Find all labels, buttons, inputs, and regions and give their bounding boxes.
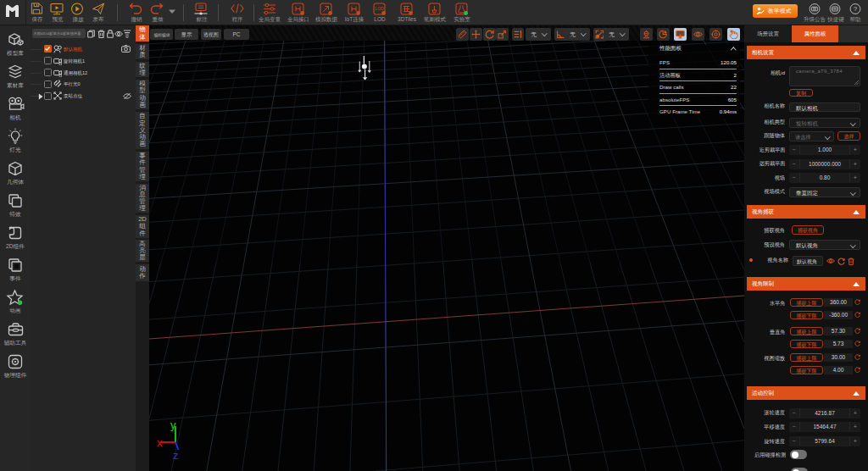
svg-text:?: ? (854, 5, 858, 13)
svg-text:z: z (173, 449, 179, 461)
svg-text:LOD: LOD (375, 6, 384, 11)
svg-text:x: x (157, 436, 163, 449)
svg-text:y: y (170, 418, 176, 431)
